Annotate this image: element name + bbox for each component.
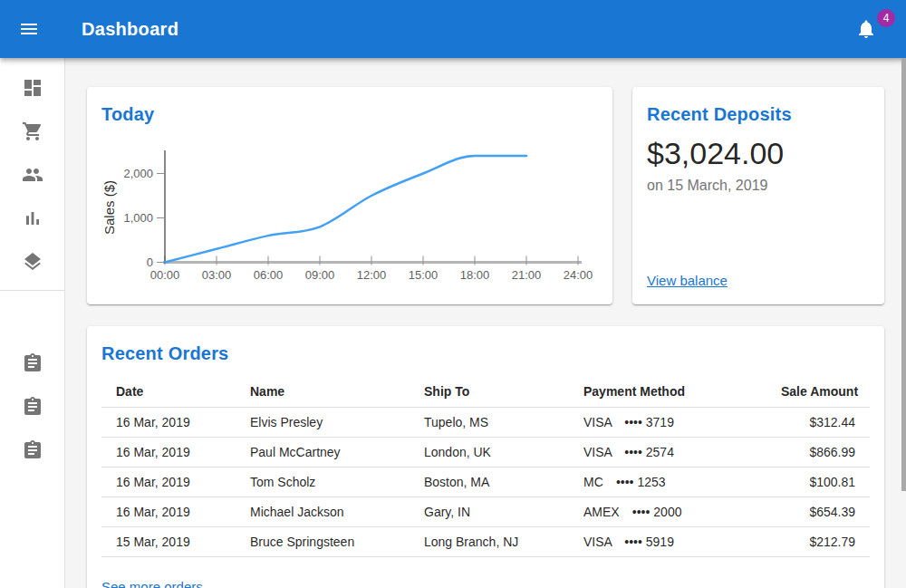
table-row: 16 Mar, 2019Elvis PresleyTupelo, MSVISA …: [101, 407, 870, 437]
x-tick-label: 12:00: [357, 268, 387, 282]
assignment-icon: [22, 352, 43, 374]
table-cell: $212.79: [766, 526, 870, 556]
table-cell: VISA ⠀•••• 3719: [569, 407, 766, 437]
table-cell: 15 Mar, 2019: [101, 526, 236, 556]
app-bar: Dashboard 4: [0, 0, 906, 58]
table-cell: $866.99: [766, 437, 870, 467]
today-card: Today 00:0003:0006:0009:0012:0015:0018:0…: [87, 87, 612, 304]
sidebar-divider: [0, 290, 65, 291]
table-cell: VISA ⠀•••• 2574: [569, 437, 766, 467]
table-cell: Tom Scholz: [236, 467, 410, 496]
column-header: Payment Method: [569, 377, 766, 407]
x-tick-label: 15:00: [409, 268, 439, 282]
y-axis-title: Sales ($): [101, 180, 117, 235]
sidebar-item-orders[interactable]: [11, 115, 54, 148]
table-cell: Boston, MA: [410, 467, 569, 496]
table-cell: Bruce Springsteen: [236, 526, 410, 556]
table-cell: Michael Jackson: [236, 496, 410, 526]
table-header-row: DateNameShip ToPayment MethodSale Amount: [101, 377, 870, 407]
table-cell: AMEX ⠀•••• 2000: [569, 496, 766, 526]
sidebar-item-saved-report-1[interactable]: [11, 347, 54, 380]
vertical-scrollbar-thumb[interactable]: [901, 58, 906, 491]
x-tick-label: 03:00: [202, 268, 232, 282]
view-balance-link[interactable]: View balance: [647, 273, 728, 288]
deposit-amount: $3,024.00: [647, 134, 870, 172]
table-cell: Paul McCartney: [236, 437, 410, 467]
sidebar-item-integrations[interactable]: [11, 246, 54, 278]
table-cell: 16 Mar, 2019: [101, 467, 236, 496]
orders-card-title: Recent Orders: [101, 341, 870, 366]
y-tick-label: 0: [147, 255, 153, 269]
deposit-date: on 15 March, 2019: [647, 178, 870, 194]
y-tick-label: 1,000: [123, 211, 153, 225]
table-row: 16 Mar, 2019Paul McCartneyLondon, UKVISA…: [101, 437, 870, 467]
x-tick-label: 06:00: [254, 268, 284, 282]
dashboard-screen: Dashboard 4 Today 00:0003:0006:0009:0012…: [0, 0, 906, 588]
table-cell: 16 Mar, 2019: [101, 437, 236, 467]
sidebar-item-saved-report-3[interactable]: [11, 434, 54, 467]
assignment-icon: [22, 439, 43, 461]
dashboard-icon: [22, 77, 43, 99]
notification-badge: 4: [877, 9, 895, 27]
table-cell: 16 Mar, 2019: [101, 496, 236, 526]
column-header: Date: [101, 377, 236, 407]
deposits-card-title: Recent Deposits: [647, 101, 870, 127]
recent-deposits-card: Recent Deposits $3,024.00 on 15 March, 2…: [632, 87, 884, 304]
sales-line-series: [165, 156, 526, 263]
sidebar: [0, 58, 65, 588]
bell-icon: [855, 18, 877, 40]
hamburger-icon: [18, 18, 40, 40]
recent-orders-card: Recent Orders DateNameShip ToPayment Met…: [87, 326, 884, 588]
column-header: Name: [236, 377, 410, 407]
table-cell: Long Branch, NJ: [410, 526, 569, 556]
sidebar-item-saved-report-2[interactable]: [11, 390, 54, 423]
table-cell: $312.44: [766, 407, 870, 437]
shopping-cart-icon: [22, 120, 43, 142]
table-row: 16 Mar, 2019Michael JacksonGary, INAMEX …: [101, 496, 870, 526]
orders-table: DateNameShip ToPayment MethodSale Amount…: [101, 377, 870, 557]
x-tick-label: 09:00: [305, 268, 335, 282]
table-row: 15 Mar, 2019Bruce SpringsteenLong Branch…: [101, 526, 870, 556]
layers-icon: [22, 251, 43, 273]
page-title: Dashboard: [82, 0, 178, 58]
people-icon: [22, 164, 43, 186]
see-more-orders-link[interactable]: See more orders: [101, 579, 203, 588]
table-cell: $654.39: [766, 496, 870, 526]
y-tick-label: 2,000: [123, 167, 153, 180]
table-cell: $100.81: [766, 467, 870, 496]
sidebar-item-reports[interactable]: [11, 202, 54, 235]
today-card-title: Today: [101, 101, 598, 127]
x-tick-label: 18:00: [460, 268, 490, 282]
column-header: Ship To: [410, 377, 569, 407]
table-cell: Tupelo, MS: [410, 407, 569, 437]
assignment-icon: [22, 396, 43, 418]
table-cell: MC ⠀•••• 1253: [569, 467, 766, 496]
menu-button[interactable]: [7, 7, 51, 51]
bar-chart-icon: [22, 207, 43, 229]
x-tick-label: 24:00: [564, 268, 593, 282]
x-tick-label: 00:00: [150, 268, 180, 282]
notifications-button[interactable]: 4: [844, 7, 888, 51]
table-cell: Elvis Presley: [236, 407, 410, 437]
sales-chart: 00:0003:0006:0009:0012:0015:0018:0021:00…: [87, 138, 612, 290]
table-cell: 16 Mar, 2019: [101, 407, 236, 437]
table-cell: VISA ⠀•••• 5919: [569, 526, 766, 556]
table-cell: Gary, IN: [410, 496, 569, 526]
column-header: Sale Amount: [766, 377, 870, 407]
table-cell: London, UK: [410, 437, 569, 467]
sidebar-item-customers[interactable]: [11, 159, 54, 191]
x-tick-label: 21:00: [512, 268, 542, 282]
table-row: 16 Mar, 2019Tom ScholzBoston, MAMC ⠀••••…: [101, 467, 870, 496]
sidebar-item-dashboard[interactable]: [11, 72, 54, 104]
